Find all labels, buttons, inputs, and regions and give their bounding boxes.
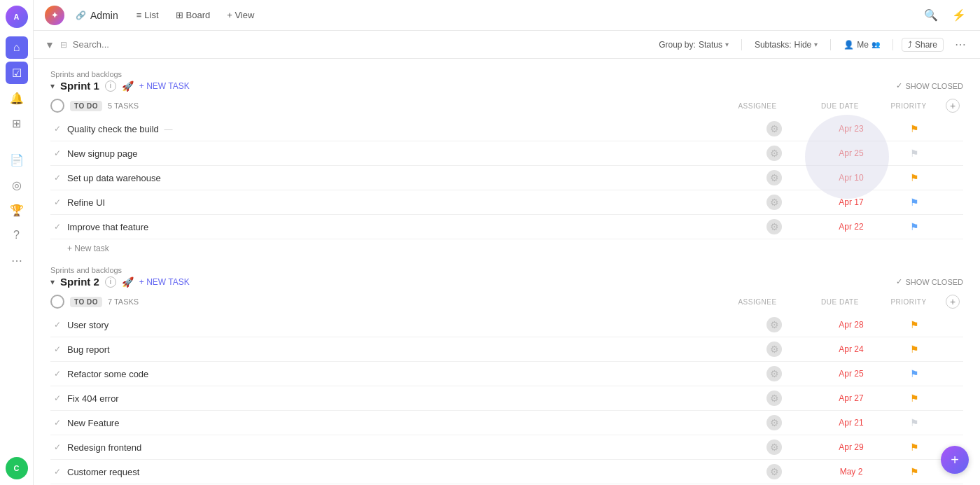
assignee-avatar: ⚙ [766, 464, 782, 479]
task-assignee: ⚙ [732, 415, 816, 430]
sprint2-show-closed[interactable]: ✓ SHOW CLOSED [896, 277, 963, 286]
subtasks-filter[interactable]: Subtasks: Hide ▾ [750, 38, 822, 51]
gear-icon: ⚙ [770, 221, 779, 232]
gear-icon: ⚙ [770, 344, 779, 355]
sidebar-item-grid[interactable]: ⊞ [6, 112, 28, 134]
task-due-date: Apr 25 [816, 148, 886, 158]
lightning-button[interactable]: ⚡ [949, 6, 969, 25]
sprint1-new-task-btn[interactable]: + NEW TASK [139, 81, 190, 91]
sprint1-add-column-btn[interactable]: + [946, 99, 960, 113]
table-row[interactable]: ✓ Set up data warehouse ⚙ Apr 10 ⚑ [50, 166, 963, 190]
sprint1-rocket-icon[interactable]: 🚀 [122, 80, 134, 92]
table-row[interactable]: ✓ New Feature ⚙ Apr 21 ⚑ [50, 411, 963, 435]
sprint2-rocket-icon[interactable]: 🚀 [122, 276, 134, 288]
assignee-avatar: ⚙ [766, 440, 782, 455]
sprint2-add-column-btn[interactable]: + [946, 295, 960, 309]
sidebar-item-tasks[interactable]: ☑ [6, 62, 28, 84]
task-priority: ⚑ [886, 197, 942, 208]
table-row[interactable]: ✓ Refine UI ⚙ Apr 17 ⚑ [50, 190, 963, 215]
app-logo: ✦ [45, 6, 64, 25]
table-row[interactable]: ✓ User story ⚙ Apr 28 ⚑ [50, 313, 963, 337]
group-by-filter[interactable]: Group by: Status ▾ [654, 38, 733, 51]
sprint1-status-badge: TO DO [70, 101, 102, 111]
sprint1-task-count: 5 TASKS [108, 101, 139, 110]
task-priority: ⚑ [886, 393, 942, 404]
priority-flag-icon: ⚑ [910, 344, 919, 355]
task-name: Set up data warehouse [67, 173, 732, 183]
sidebar-item-file[interactable]: 📄 [6, 148, 28, 171]
sprint1-new-task-row[interactable]: + New task [50, 239, 963, 258]
task-due-date: May 2 [816, 467, 886, 477]
task-due-date: Apr 27 [816, 393, 886, 403]
assignee-avatar: ⚙ [766, 391, 782, 406]
task-name: Improve that feature [67, 222, 732, 232]
gear-icon: ⚙ [770, 368, 779, 379]
sidebar-item-help[interactable]: ? [6, 224, 28, 246]
sprint1-chevron[interactable]: ▾ [50, 81, 55, 91]
task-dash: — [164, 125, 172, 134]
sprint2-new-task-btn[interactable]: + NEW TASK [139, 277, 190, 287]
table-row[interactable]: ✓ Redesign frontend ⚙ Apr 29 ⚑ [50, 435, 963, 460]
task-check-icon: ✓ [50, 416, 64, 430]
sprint2-info-icon[interactable]: i [105, 276, 116, 288]
sprint2-status-circle[interactable] [50, 295, 64, 309]
task-name: Quality check the build — [67, 124, 732, 134]
sidebar-logo[interactable]: A [6, 6, 28, 28]
priority-flag-icon: ⚑ [910, 466, 919, 477]
priority-flag-icon: ⚑ [910, 442, 919, 453]
topbar: ✦ 🔗 Admin ≡ List ⊞ Board + View 🔍 ⚡ [34, 0, 980, 31]
assignee-avatar: ⚙ [766, 195, 782, 210]
sidebar-item-bell[interactable]: 🔔 [6, 87, 28, 109]
more-options-button[interactable]: ⋯ [952, 36, 969, 52]
people-icon: 👥 [872, 41, 880, 48]
avatar[interactable]: C [6, 457, 28, 479]
sprint1-show-closed[interactable]: ✓ SHOW CLOSED [896, 81, 963, 90]
share-button[interactable]: ⤴ Share [902, 38, 944, 52]
priority-flag-icon: ⚑ [910, 393, 919, 404]
nav-view[interactable]: + View [220, 7, 261, 23]
me-filter[interactable]: 👤 Me 👥 [839, 38, 884, 51]
sidebar-item-more[interactable]: ⋯ [6, 249, 28, 272]
task-assignee: ⚙ [732, 342, 816, 357]
table-row[interactable]: ✓ Quality check the build — ⚙ Apr 23 ⚑ [50, 117, 963, 141]
nav-list[interactable]: ≡ List [130, 7, 166, 23]
fab-button[interactable]: + [941, 446, 969, 474]
task-assignee: ⚙ [732, 219, 816, 234]
priority-flag-icon: ⚑ [910, 172, 919, 183]
table-row[interactable]: ✓ Improve that feature ⚙ Apr 22 ⚑ [50, 215, 963, 239]
subtasks-arrow: ▾ [814, 41, 818, 48]
sprint2-chevron[interactable]: ▾ [50, 277, 55, 287]
sprint2-priority-header: PRIORITY [881, 298, 937, 306]
search-button[interactable]: 🔍 [921, 6, 941, 25]
table-row[interactable]: ✓ Customer request ⚙ May 2 ⚑ [50, 460, 963, 484]
sidebar-item-home[interactable]: ⌂ [6, 36, 28, 59]
priority-flag-icon: ⚑ [910, 368, 919, 379]
sidebar-item-trophy[interactable]: 🏆 [6, 199, 28, 221]
sprint1-section: Sprints and backlogs ▾ Sprint 1 i 🚀 + NE… [34, 59, 980, 92]
sprint1-duedate-header: DUE DATE [805, 102, 875, 110]
task-check-icon: ✓ [50, 342, 64, 356]
task-due-date: Apr 22 [816, 222, 886, 232]
task-due-date: Apr 23 [816, 124, 886, 134]
task-check-icon: ✓ [50, 391, 64, 405]
page-title: Admin [90, 10, 118, 21]
task-name: New signup page [67, 148, 732, 159]
gear-icon: ⚙ [770, 442, 779, 453]
topbar-title: 🔗 Admin [76, 10, 118, 21]
table-row[interactable]: ✓ New signup page ⚙ Apr 25 ⚑ [50, 141, 963, 166]
table-row[interactable]: ✓ Fix 404 error ⚙ Apr 27 ⚑ [50, 386, 963, 411]
task-name: Redesign frontend [67, 442, 732, 453]
table-row[interactable]: ✓ Bug report ⚙ Apr 24 ⚑ [50, 337, 963, 362]
sprint1-info-icon[interactable]: i [105, 80, 116, 92]
search-input[interactable] [73, 39, 157, 50]
sprint2-section: Sprints and backlogs ▾ Sprint 2 i 🚀 + NE… [34, 258, 980, 288]
task-assignee: ⚙ [732, 195, 816, 210]
task-due-date: Apr 24 [816, 344, 886, 354]
table-row[interactable]: ✓ Refactor some code ⚙ Apr 25 ⚑ [50, 362, 963, 386]
sidebar-item-radio[interactable]: ◎ [6, 174, 28, 196]
sprint1-status-circle[interactable] [50, 99, 64, 113]
sprint1-header: ▾ Sprint 1 i 🚀 + NEW TASK ✓ SHOW CLOSED [50, 80, 963, 92]
nav-board[interactable]: ⊞ Board [169, 7, 218, 23]
sprint1-task-group: TO DO 5 TASKS ASSIGNEE DUE DATE PRIORITY… [34, 92, 980, 258]
gear-icon: ⚙ [770, 466, 779, 477]
